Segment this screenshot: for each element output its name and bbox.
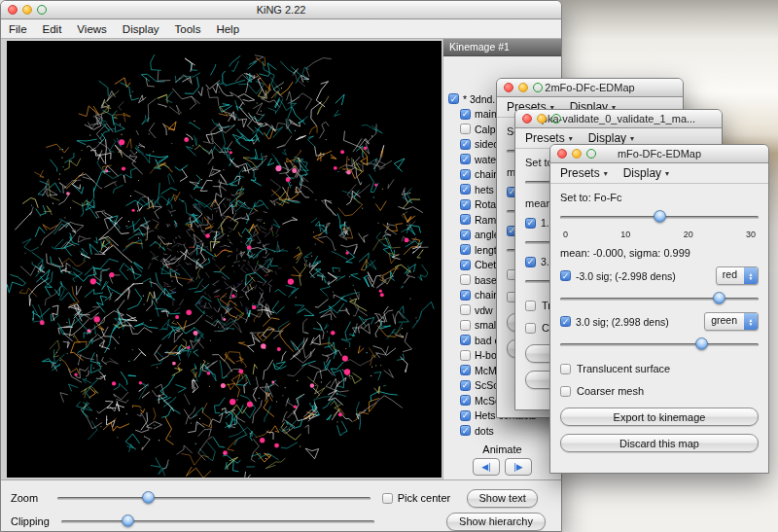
set-to-label: Set to: Fo-Fc <box>560 192 759 203</box>
zoom-slider[interactable] <box>57 490 371 506</box>
kinemage-item-checkbox[interactable]: ✓ <box>460 109 471 120</box>
minimize-button[interactable] <box>22 5 32 15</box>
kinemage-item-checkbox[interactable]: ✓ <box>460 410 471 421</box>
translucent-checkbox[interactable] <box>525 301 536 311</box>
minimize-button[interactable] <box>572 149 582 159</box>
slider-thumb[interactable] <box>695 337 708 350</box>
zoom-button[interactable] <box>533 83 543 92</box>
translucent-label: Translucent surface <box>577 363 670 374</box>
edmap-mfo-titlebar[interactable]: mFo-DFc-EDMap <box>550 145 768 163</box>
kinemage-item-checkbox[interactable]: ✓ <box>460 214 471 225</box>
coarser-mesh-checkbox[interactable] <box>525 323 536 334</box>
neg-contour-checkbox[interactable]: ✓ <box>560 270 571 281</box>
edmap-pka-titlebar[interactable]: pka-validate_0_validate_1_ma... <box>515 110 722 128</box>
kinemage-item-checkbox[interactable]: ✓ <box>460 260 471 270</box>
kinemage-item-checkbox[interactable]: ✓ <box>460 154 471 164</box>
pos-contour-checkbox[interactable]: ✓ <box>525 257 536 267</box>
kinemage-item-checkbox[interactable] <box>460 304 471 315</box>
minimize-button[interactable] <box>518 83 528 92</box>
clipping-slider[interactable] <box>61 514 374 529</box>
pos-color-popup[interactable]: green ▲▼ <box>704 312 759 331</box>
close-button[interactable] <box>504 83 513 92</box>
menu-views[interactable]: Views <box>69 23 114 35</box>
show-hierarchy-button[interactable]: Show hierarchy <box>446 513 546 531</box>
coarser-mesh-label: Coarser mesh <box>577 385 644 397</box>
kinemage-item-checkbox[interactable]: ✓ <box>460 139 471 150</box>
kinemage-item-row[interactable]: ✓dots <box>448 423 561 439</box>
kinemage-item-checkbox[interactable]: ✓ <box>460 365 471 375</box>
kinemage-header[interactable]: Kinemage #1 <box>443 39 561 56</box>
kinemage-item-checkbox[interactable]: ✓ <box>460 199 471 210</box>
kinemage-item-label: hets <box>475 184 494 195</box>
zoom-slider-track <box>57 497 371 500</box>
level-slider-ticks: 0 10 20 30 <box>560 230 759 239</box>
kinemage-item-checkbox[interactable] <box>460 124 471 134</box>
menu-help[interactable]: Help <box>208 23 247 35</box>
chevron-down-icon: ▾ <box>630 134 634 143</box>
kinemage-item-checkbox[interactable]: ✓ <box>460 230 471 240</box>
zoom-button[interactable] <box>586 149 596 159</box>
kinemage-item-checkbox[interactable]: ✓ <box>460 290 471 301</box>
close-button[interactable] <box>522 114 532 124</box>
translucent-checkbox[interactable] <box>560 364 571 374</box>
pos-contour-label: 3.0 sig; (2.998 dens) <box>576 316 669 328</box>
king-titlebar[interactable]: KiNG 2.22 <box>1 1 561 19</box>
kinemage-item-checkbox[interactable]: ✓ <box>460 184 471 195</box>
zoom-slider-thumb[interactable] <box>142 491 155 504</box>
display-menu[interactable]: Display▾ <box>588 131 634 145</box>
neg-contour-checkbox[interactable]: ✓ <box>525 218 536 229</box>
zoom-label: Zoom <box>11 492 50 504</box>
chevron-down-icon: ▾ <box>604 169 608 178</box>
show-text-button[interactable]: Show text <box>467 489 538 508</box>
popup-arrows-icon: ▲▼ <box>744 313 758 330</box>
king-menubar: File Edit Views Display Tools Help <box>1 19 561 39</box>
menu-display[interactable]: Display <box>115 23 167 35</box>
kinemage-item-checkbox[interactable]: ✓ <box>460 244 471 255</box>
menu-tools[interactable]: Tools <box>167 23 209 35</box>
king-window: KiNG 2.22 File Edit Views Display Tools … <box>0 0 562 532</box>
edmap-2mfo-titlebar[interactable]: 2mFo-DFc-EDMap <box>497 79 683 97</box>
kinemage-item-checkbox[interactable]: ✓ <box>460 169 471 180</box>
neg-color-popup[interactable]: red ▲▼ <box>716 266 759 285</box>
display-menu[interactable]: Display▾ <box>623 166 669 180</box>
presets-menu[interactable]: Presets▾ <box>525 131 573 145</box>
kinemage-item-checkbox[interactable]: ✓ <box>460 380 471 391</box>
popup-arrows-icon: ▲▼ <box>744 267 758 284</box>
edmap-window-mfo-dfc: mFo-DFc-EDMap Presets▾ Display▾ Set to: … <box>549 144 769 474</box>
menu-file[interactable]: File <box>1 23 35 35</box>
minimize-button[interactable] <box>537 114 547 124</box>
pos-contour-checkbox[interactable]: ✓ <box>560 316 571 327</box>
level-slider[interactable] <box>560 209 759 225</box>
slider-thumb[interactable] <box>654 210 666 223</box>
neg-contour-slider[interactable] <box>560 291 759 306</box>
presets-menu[interactable]: Presets▾ <box>560 166 608 180</box>
clipping-label: Clipping <box>11 515 53 527</box>
clipping-slider-track <box>61 520 374 523</box>
clipping-slider-thumb[interactable] <box>122 514 134 527</box>
kinemage-item-checkbox[interactable] <box>460 274 471 285</box>
coarser-mesh-checkbox[interactable] <box>560 386 571 397</box>
kinemage-item-checkbox[interactable]: ✓ <box>448 93 459 104</box>
zoom-button[interactable] <box>37 5 47 15</box>
zoom-button[interactable] <box>551 114 561 124</box>
kinemage-item-checkbox[interactable]: ✓ <box>460 335 471 345</box>
kinemage-item-checkbox[interactable] <box>460 350 471 361</box>
mean-sigma-label: mean: -0.000, sigma: 0.999 <box>560 247 759 259</box>
kinemage-item-label: dots <box>475 425 494 437</box>
kinemage-item-checkbox[interactable]: ✓ <box>460 395 471 406</box>
close-button[interactable] <box>557 149 567 159</box>
kinemage-item-checkbox[interactable] <box>460 320 471 331</box>
animate-next-button[interactable]: |▶ <box>505 458 532 476</box>
close-button[interactable] <box>8 5 18 15</box>
discard-map-button[interactable]: Discard this map <box>560 434 759 452</box>
pos-contour-slider[interactable] <box>560 337 759 352</box>
animate-prev-button[interactable]: ◀| <box>473 458 500 476</box>
window-title: KiNG 2.22 <box>1 1 561 18</box>
slider-thumb[interactable] <box>713 292 725 304</box>
menu-edit[interactable]: Edit <box>35 23 70 35</box>
kinemage-item-checkbox[interactable]: ✓ <box>460 425 471 436</box>
animate-label: Animate <box>443 443 561 455</box>
export-kinemage-button[interactable]: Export to kinemage <box>560 408 759 426</box>
pick-center-checkbox[interactable] <box>382 493 393 504</box>
molecule-viewport[interactable] <box>7 41 442 478</box>
